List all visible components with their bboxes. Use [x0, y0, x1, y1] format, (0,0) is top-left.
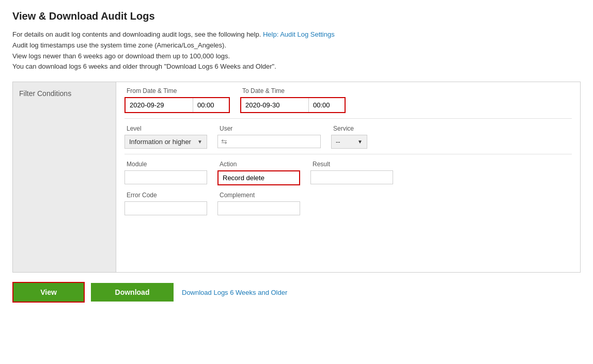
filter-panel: Filter Conditions From Date & Time To Da… [12, 82, 581, 273]
complement-section: Complement [217, 192, 300, 215]
service-dropdown[interactable]: -- ▼ [331, 135, 367, 149]
button-row: View Download Download Logs 6 Weeks and … [12, 282, 581, 303]
intro-text: For details on audit log contents and do… [12, 29, 581, 72]
from-time-input[interactable] [193, 98, 229, 112]
error-code-section: Error Code [124, 192, 207, 215]
chevron-down-icon: ▼ [197, 139, 202, 145]
filter-content: From Date & Time To Date & Time Level In… [116, 82, 580, 272]
level-dropdown[interactable]: Information or higher ▼ [124, 135, 207, 149]
download-button[interactable]: Download [91, 283, 174, 302]
level-label: Level [124, 125, 207, 132]
user-input-wrapper: ⇆ [217, 135, 321, 148]
service-value: -- [336, 138, 340, 146]
to-datetime-group [240, 97, 346, 113]
to-date-input[interactable] [241, 98, 308, 112]
level-value: Information or higher [129, 138, 191, 146]
date-time-row: From Date & Time To Date & Time [124, 87, 572, 119]
from-date-section: From Date & Time [124, 87, 230, 113]
action-input[interactable] [217, 170, 300, 185]
complement-label: Complement [217, 192, 300, 199]
chevron-down-icon: ▼ [357, 139, 363, 145]
to-date-section: To Date & Time [240, 87, 346, 113]
level-section: Level Information or higher ▼ [124, 125, 207, 149]
module-label: Module [124, 161, 207, 168]
action-section: Action [217, 161, 300, 185]
from-date-input[interactable] [126, 98, 193, 112]
result-label: Result [310, 161, 393, 168]
to-time-input[interactable] [308, 98, 345, 112]
older-logs-link[interactable]: Download Logs 6 Weeks and Older [182, 289, 287, 296]
from-datetime-group [124, 97, 230, 113]
error-code-label: Error Code [124, 192, 207, 199]
level-user-service-row: Level Information or higher ▼ User ⇆ Ser… [124, 125, 572, 154]
user-input[interactable] [229, 138, 317, 146]
result-input[interactable] [310, 170, 393, 184]
from-date-label: From Date & Time [124, 87, 230, 94]
result-section: Result [310, 161, 393, 184]
view-button[interactable]: View [12, 282, 85, 303]
module-action-result-row: Module Action Result [124, 161, 572, 185]
complement-input[interactable] [217, 201, 300, 215]
to-date-label: To Date & Time [240, 87, 346, 94]
module-input[interactable] [124, 170, 207, 184]
page-title: View & Download Audit Logs [12, 10, 581, 22]
action-label: Action [217, 161, 300, 168]
help-link[interactable]: Help: Audit Log Settings [263, 30, 335, 38]
user-switch-icon: ⇆ [221, 137, 227, 146]
error-complement-row: Error Code Complement [124, 192, 572, 215]
user-section: User ⇆ [217, 125, 321, 148]
error-code-input[interactable] [124, 201, 207, 215]
service-label: Service [331, 125, 367, 132]
filter-conditions-label: Filter Conditions [13, 82, 116, 272]
service-section: Service -- ▼ [331, 125, 367, 149]
module-section: Module [124, 161, 207, 184]
user-label: User [217, 125, 321, 132]
